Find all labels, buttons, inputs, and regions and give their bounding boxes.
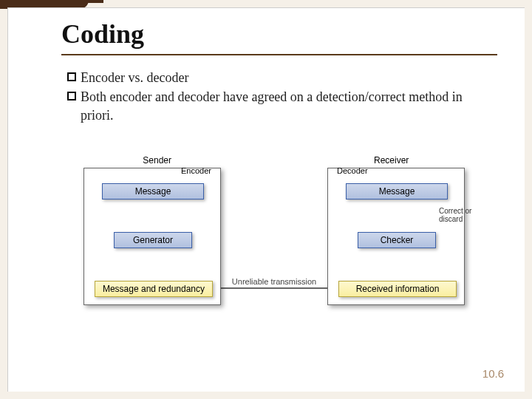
unreliable-transmission-label: Unreliable transmission [230,277,318,286]
slide-body: Coding Encoder vs. decoder Both encoder … [7,7,525,392]
bullet-text: Encoder vs. decoder [81,69,481,86]
square-bullet-icon [67,72,76,81]
bullet-item: Encoder vs. decoder [67,69,481,86]
received-info-node: Received information [338,281,457,297]
bullet-list: Encoder vs. decoder Both encoder and dec… [67,69,481,126]
sender-group: Sender Encoder Message Generator Message… [83,168,221,305]
bullet-item: Both encoder and decoder have agreed on … [67,88,481,124]
bullet-text: Both encoder and decoder have agreed on … [81,88,481,124]
sender-message-node: Message [102,183,204,200]
encoder-decoder-diagram: Sender Encoder Message Generator Message… [83,153,465,323]
receiver-label: Receiver [374,155,409,166]
sender-output-node: Message and redundancy [95,281,213,297]
decoder-label: Decoder [337,166,368,175]
checker-node: Checker [358,232,436,248]
discard-label: Correct or discard [439,207,483,223]
square-bullet-icon [67,92,76,100]
title-underline [61,54,497,55]
encoder-label: Encoder [181,166,211,175]
receiver-message-node: Message [346,183,448,200]
slide-title: Coding [61,18,144,50]
sender-label: Sender [143,155,171,166]
page-number: 10.6 [482,367,504,380]
generator-node: Generator [114,232,192,248]
receiver-group: Receiver Decoder Message Checker Receive… [327,168,465,305]
